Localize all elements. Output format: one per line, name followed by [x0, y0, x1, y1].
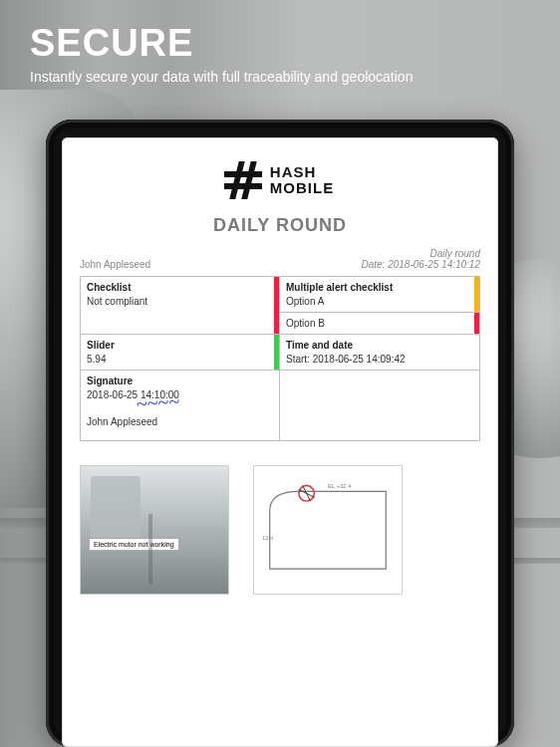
svg-line-2	[299, 489, 315, 497]
slider-cell: Slider 5.94	[81, 335, 280, 370]
brand-line2: MOBILE	[270, 180, 334, 196]
multi-option-b: Option B	[286, 318, 473, 329]
checklist-label: Checklist	[87, 282, 273, 293]
brand-line1: HASH	[270, 164, 334, 180]
status-bar-orange	[474, 277, 479, 312]
multi-label: Multiple alert checklist	[286, 282, 473, 293]
date-prefix: Date:	[361, 259, 388, 270]
timedate-value: Start: 2018-06-25 14:09:42	[286, 354, 473, 365]
slider-label: Slider	[87, 340, 273, 351]
signature-cell: Signature 2018-06-25 14:10:00 ~~~~ John …	[81, 371, 280, 440]
timedate-cell: Time and date Start: 2018-06-25 14:09:42	[280, 335, 479, 370]
signature-label: Signature	[87, 375, 273, 386]
doc-type-label: Daily round	[429, 248, 480, 259]
app-screen: HASH MOBILE DAILY ROUND John Appleseed D…	[62, 137, 498, 747]
document-date: 2018-06-25 14:10:12	[388, 259, 480, 270]
author-name: John Appleseed	[80, 259, 150, 270]
status-bar-green	[274, 335, 279, 370]
document-meta: John Appleseed Daily round Date: 2018-06…	[80, 248, 480, 270]
multi-option-a: Option A	[286, 296, 473, 307]
hero-subtitle: Instantly secure your data with full tra…	[30, 69, 540, 85]
document-title: DAILY ROUND	[80, 215, 480, 236]
attachments-row: Electric motor not working EL +32.4 12m	[80, 465, 480, 595]
form-grid: Checklist Not compliant Multiple alert c…	[80, 276, 480, 441]
attachment-diagram[interactable]: EL +32.4 12m	[253, 465, 403, 595]
photo-caption: Electric motor not working	[89, 538, 179, 551]
slider-value: 5.94	[87, 354, 273, 365]
hero-banner: SECURE Instantly secure your data with f…	[30, 22, 540, 85]
status-bar-red-2	[474, 313, 479, 334]
svg-text:12m: 12m	[262, 535, 273, 541]
svg-text:EL +32.4: EL +32.4	[328, 483, 352, 489]
schematic-icon: EL +32.4 12m	[260, 472, 396, 589]
signature-name: John Appleseed	[87, 416, 273, 427]
status-bar-red	[274, 277, 279, 334]
hash-icon	[226, 163, 260, 197]
checklist-cell: Checklist Not compliant	[81, 277, 280, 334]
brand-text: HASH MOBILE	[270, 164, 334, 196]
signature-scribble: ~~~~	[136, 390, 180, 416]
attachment-photo[interactable]: Electric motor not working	[80, 465, 229, 595]
checklist-value: Not compliant	[87, 296, 273, 307]
timedate-label: Time and date	[286, 340, 473, 351]
multi-alert-cell: Multiple alert checklist Option A Option…	[280, 277, 479, 334]
brand-logo: HASH MOBILE	[80, 163, 480, 197]
hero-title: SECURE	[30, 22, 540, 65]
tablet-frame: HASH MOBILE DAILY ROUND John Appleseed D…	[46, 120, 514, 747]
signature-timestamp: 2018-06-25 14:10:00	[87, 389, 273, 400]
